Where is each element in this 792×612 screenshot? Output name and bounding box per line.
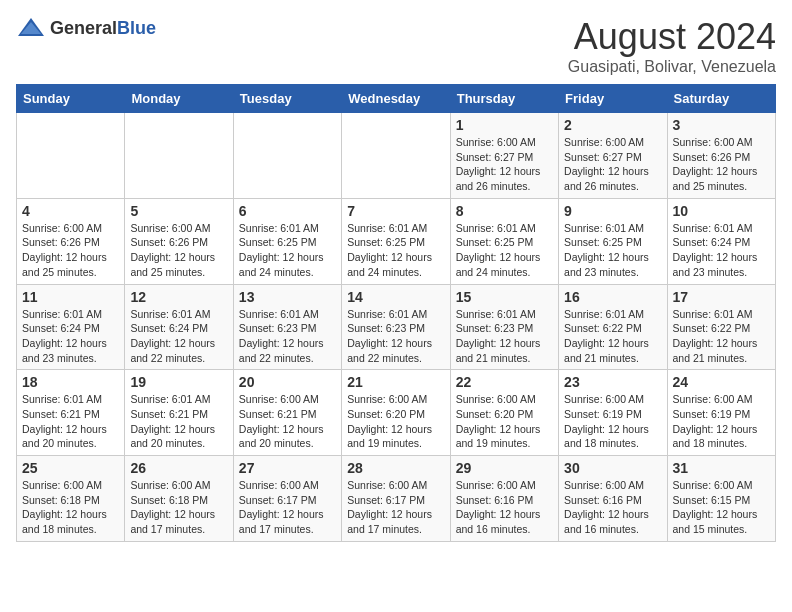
day-number: 10 bbox=[673, 203, 770, 219]
day-info: Sunrise: 6:00 AM Sunset: 6:26 PM Dayligh… bbox=[130, 221, 227, 280]
day-info: Sunrise: 6:01 AM Sunset: 6:23 PM Dayligh… bbox=[456, 307, 553, 366]
day-info: Sunrise: 6:01 AM Sunset: 6:22 PM Dayligh… bbox=[564, 307, 661, 366]
day-of-week-header: Saturday bbox=[667, 85, 775, 113]
day-info: Sunrise: 6:01 AM Sunset: 6:23 PM Dayligh… bbox=[239, 307, 336, 366]
day-number: 5 bbox=[130, 203, 227, 219]
day-number: 24 bbox=[673, 374, 770, 390]
calendar-day-cell: 31Sunrise: 6:00 AM Sunset: 6:15 PM Dayli… bbox=[667, 456, 775, 542]
day-number: 13 bbox=[239, 289, 336, 305]
day-info: Sunrise: 6:01 AM Sunset: 6:21 PM Dayligh… bbox=[22, 392, 119, 451]
day-info: Sunrise: 6:00 AM Sunset: 6:27 PM Dayligh… bbox=[456, 135, 553, 194]
logo: GeneralBlue bbox=[16, 16, 156, 40]
day-info: Sunrise: 6:00 AM Sunset: 6:18 PM Dayligh… bbox=[22, 478, 119, 537]
day-number: 29 bbox=[456, 460, 553, 476]
day-number: 15 bbox=[456, 289, 553, 305]
day-number: 23 bbox=[564, 374, 661, 390]
day-info: Sunrise: 6:01 AM Sunset: 6:24 PM Dayligh… bbox=[22, 307, 119, 366]
calendar-day-cell: 9Sunrise: 6:01 AM Sunset: 6:25 PM Daylig… bbox=[559, 198, 667, 284]
day-number: 11 bbox=[22, 289, 119, 305]
calendar-week-row: 4Sunrise: 6:00 AM Sunset: 6:26 PM Daylig… bbox=[17, 198, 776, 284]
calendar-day-cell: 26Sunrise: 6:00 AM Sunset: 6:18 PM Dayli… bbox=[125, 456, 233, 542]
calendar-day-cell: 28Sunrise: 6:00 AM Sunset: 6:17 PM Dayli… bbox=[342, 456, 450, 542]
day-number: 3 bbox=[673, 117, 770, 133]
calendar-day-cell: 5Sunrise: 6:00 AM Sunset: 6:26 PM Daylig… bbox=[125, 198, 233, 284]
day-number: 26 bbox=[130, 460, 227, 476]
calendar-day-cell: 8Sunrise: 6:01 AM Sunset: 6:25 PM Daylig… bbox=[450, 198, 558, 284]
day-info: Sunrise: 6:00 AM Sunset: 6:26 PM Dayligh… bbox=[22, 221, 119, 280]
day-number: 30 bbox=[564, 460, 661, 476]
calendar-day-cell: 1Sunrise: 6:00 AM Sunset: 6:27 PM Daylig… bbox=[450, 113, 558, 199]
day-of-week-header: Thursday bbox=[450, 85, 558, 113]
day-info: Sunrise: 6:00 AM Sunset: 6:17 PM Dayligh… bbox=[239, 478, 336, 537]
calendar-header-row: SundayMondayTuesdayWednesdayThursdayFrid… bbox=[17, 85, 776, 113]
logo-blue-text: Blue bbox=[117, 18, 156, 38]
day-number: 20 bbox=[239, 374, 336, 390]
calendar-day-cell: 22Sunrise: 6:00 AM Sunset: 6:20 PM Dayli… bbox=[450, 370, 558, 456]
day-number: 2 bbox=[564, 117, 661, 133]
calendar-day-cell: 15Sunrise: 6:01 AM Sunset: 6:23 PM Dayli… bbox=[450, 284, 558, 370]
calendar-day-cell: 3Sunrise: 6:00 AM Sunset: 6:26 PM Daylig… bbox=[667, 113, 775, 199]
calendar-week-row: 1Sunrise: 6:00 AM Sunset: 6:27 PM Daylig… bbox=[17, 113, 776, 199]
day-of-week-header: Friday bbox=[559, 85, 667, 113]
month-year-title: August 2024 bbox=[568, 16, 776, 58]
day-info: Sunrise: 6:01 AM Sunset: 6:23 PM Dayligh… bbox=[347, 307, 444, 366]
page-header: GeneralBlue August 2024 Guasipati, Boliv… bbox=[16, 16, 776, 76]
calendar-week-row: 25Sunrise: 6:00 AM Sunset: 6:18 PM Dayli… bbox=[17, 456, 776, 542]
day-info: Sunrise: 6:00 AM Sunset: 6:19 PM Dayligh… bbox=[564, 392, 661, 451]
day-of-week-header: Wednesday bbox=[342, 85, 450, 113]
day-info: Sunrise: 6:00 AM Sunset: 6:18 PM Dayligh… bbox=[130, 478, 227, 537]
day-of-week-header: Monday bbox=[125, 85, 233, 113]
title-block: August 2024 Guasipati, Bolivar, Venezuel… bbox=[568, 16, 776, 76]
day-info: Sunrise: 6:01 AM Sunset: 6:25 PM Dayligh… bbox=[564, 221, 661, 280]
logo-general-text: General bbox=[50, 18, 117, 38]
calendar-day-cell bbox=[125, 113, 233, 199]
day-number: 1 bbox=[456, 117, 553, 133]
calendar-day-cell: 6Sunrise: 6:01 AM Sunset: 6:25 PM Daylig… bbox=[233, 198, 341, 284]
day-number: 18 bbox=[22, 374, 119, 390]
day-info: Sunrise: 6:00 AM Sunset: 6:27 PM Dayligh… bbox=[564, 135, 661, 194]
day-number: 25 bbox=[22, 460, 119, 476]
day-info: Sunrise: 6:00 AM Sunset: 6:20 PM Dayligh… bbox=[456, 392, 553, 451]
calendar-week-row: 11Sunrise: 6:01 AM Sunset: 6:24 PM Dayli… bbox=[17, 284, 776, 370]
day-info: Sunrise: 6:00 AM Sunset: 6:17 PM Dayligh… bbox=[347, 478, 444, 537]
calendar-day-cell: 25Sunrise: 6:00 AM Sunset: 6:18 PM Dayli… bbox=[17, 456, 125, 542]
calendar-body: 1Sunrise: 6:00 AM Sunset: 6:27 PM Daylig… bbox=[17, 113, 776, 542]
calendar-day-cell bbox=[342, 113, 450, 199]
calendar-day-cell: 20Sunrise: 6:00 AM Sunset: 6:21 PM Dayli… bbox=[233, 370, 341, 456]
day-number: 22 bbox=[456, 374, 553, 390]
calendar-day-cell: 19Sunrise: 6:01 AM Sunset: 6:21 PM Dayli… bbox=[125, 370, 233, 456]
calendar-day-cell: 14Sunrise: 6:01 AM Sunset: 6:23 PM Dayli… bbox=[342, 284, 450, 370]
day-number: 14 bbox=[347, 289, 444, 305]
day-info: Sunrise: 6:00 AM Sunset: 6:16 PM Dayligh… bbox=[456, 478, 553, 537]
day-number: 28 bbox=[347, 460, 444, 476]
day-number: 12 bbox=[130, 289, 227, 305]
day-info: Sunrise: 6:01 AM Sunset: 6:24 PM Dayligh… bbox=[673, 221, 770, 280]
calendar-day-cell: 23Sunrise: 6:00 AM Sunset: 6:19 PM Dayli… bbox=[559, 370, 667, 456]
day-number: 31 bbox=[673, 460, 770, 476]
calendar-day-cell: 21Sunrise: 6:00 AM Sunset: 6:20 PM Dayli… bbox=[342, 370, 450, 456]
day-number: 9 bbox=[564, 203, 661, 219]
day-info: Sunrise: 6:00 AM Sunset: 6:15 PM Dayligh… bbox=[673, 478, 770, 537]
calendar-day-cell: 16Sunrise: 6:01 AM Sunset: 6:22 PM Dayli… bbox=[559, 284, 667, 370]
day-number: 21 bbox=[347, 374, 444, 390]
day-info: Sunrise: 6:00 AM Sunset: 6:20 PM Dayligh… bbox=[347, 392, 444, 451]
day-info: Sunrise: 6:01 AM Sunset: 6:25 PM Dayligh… bbox=[347, 221, 444, 280]
generalblue-logo-icon bbox=[16, 16, 46, 40]
calendar-day-cell: 4Sunrise: 6:00 AM Sunset: 6:26 PM Daylig… bbox=[17, 198, 125, 284]
day-info: Sunrise: 6:00 AM Sunset: 6:21 PM Dayligh… bbox=[239, 392, 336, 451]
day-info: Sunrise: 6:01 AM Sunset: 6:24 PM Dayligh… bbox=[130, 307, 227, 366]
day-info: Sunrise: 6:01 AM Sunset: 6:21 PM Dayligh… bbox=[130, 392, 227, 451]
calendar-day-cell: 10Sunrise: 6:01 AM Sunset: 6:24 PM Dayli… bbox=[667, 198, 775, 284]
calendar-table: SundayMondayTuesdayWednesdayThursdayFrid… bbox=[16, 84, 776, 542]
calendar-day-cell: 30Sunrise: 6:00 AM Sunset: 6:16 PM Dayli… bbox=[559, 456, 667, 542]
calendar-day-cell: 12Sunrise: 6:01 AM Sunset: 6:24 PM Dayli… bbox=[125, 284, 233, 370]
day-info: Sunrise: 6:00 AM Sunset: 6:16 PM Dayligh… bbox=[564, 478, 661, 537]
calendar-week-row: 18Sunrise: 6:01 AM Sunset: 6:21 PM Dayli… bbox=[17, 370, 776, 456]
calendar-day-cell bbox=[17, 113, 125, 199]
calendar-day-cell: 11Sunrise: 6:01 AM Sunset: 6:24 PM Dayli… bbox=[17, 284, 125, 370]
day-number: 17 bbox=[673, 289, 770, 305]
day-info: Sunrise: 6:01 AM Sunset: 6:22 PM Dayligh… bbox=[673, 307, 770, 366]
day-info: Sunrise: 6:01 AM Sunset: 6:25 PM Dayligh… bbox=[239, 221, 336, 280]
day-number: 19 bbox=[130, 374, 227, 390]
day-number: 27 bbox=[239, 460, 336, 476]
